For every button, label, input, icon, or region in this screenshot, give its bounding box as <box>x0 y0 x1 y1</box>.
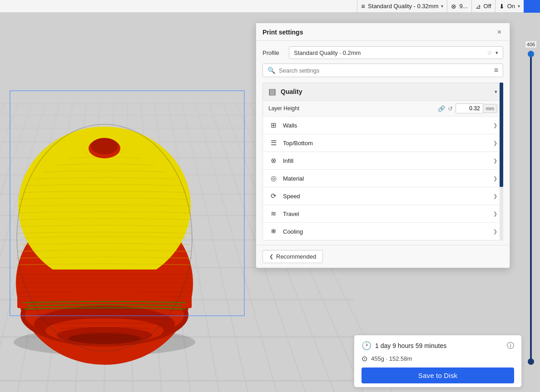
speed-chevron-icon: ❯ <box>493 193 497 199</box>
speed-left: ⟳ Speed <box>268 191 300 201</box>
material-chevron-icon: ❯ <box>493 176 497 181</box>
travel-chevron-icon: ❯ <box>493 211 497 217</box>
search-input[interactable] <box>279 67 490 74</box>
infill-left: ⊗ Infill <box>268 156 293 166</box>
search-bar: 🔍 ≡ <box>263 64 503 77</box>
quality-header[interactable]: ▤ Quality ▾ <box>263 83 503 101</box>
save-to-disk-button[interactable]: Save to Disk <box>362 368 514 383</box>
profile-label: Profile <box>263 49 284 56</box>
selection-box <box>9 90 245 317</box>
quality-settings-icon: ≡ <box>361 2 365 10</box>
cooling-chevron-icon: ❯ <box>493 229 497 235</box>
scroll-thumb[interactable] <box>500 83 503 187</box>
top-bottom-chevron-icon: ❯ <box>493 140 497 146</box>
settings-list-container: ▤ Quality ▾ Layer Height 🔗 ↺ mm <box>263 83 503 240</box>
travel-left: ≋ Travel <box>268 209 299 219</box>
zoom-value: 406 <box>525 41 537 48</box>
clock-icon: 🕐 <box>362 341 372 351</box>
material-icon: ◎ <box>268 173 278 183</box>
svg-rect-20 <box>10 91 244 316</box>
menu-lines-icon[interactable]: ≡ <box>494 66 498 74</box>
zoom-handle-bottom[interactable] <box>528 358 534 365</box>
walls-section[interactable]: ⊞ Walls ❯ <box>263 117 503 134</box>
quality-title: Quality <box>281 88 302 95</box>
zoom-handle-top[interactable] <box>528 51 534 57</box>
profile-chevron-icon: ▾ <box>495 50 498 56</box>
profile-value: Standard Quality · 0.2mm <box>294 49 361 56</box>
toolbar-extruder[interactable]: ⊗ 9... <box>447 0 471 12</box>
layer-height-label: Layer Height <box>268 105 438 112</box>
bottom-info-panel: 🕐 1 day 9 hours 59 minutes ⓘ ⊙ 455g · 15… <box>354 335 522 387</box>
speed-section[interactable]: ⟳ Speed ❯ <box>263 187 503 205</box>
cooling-left: ❄ Cooling <box>268 226 303 236</box>
quality-header-left: ▤ Quality <box>268 87 302 97</box>
toolbar-supports[interactable]: ⊿ Off <box>471 0 495 12</box>
infill-section[interactable]: ⊗ Infill ❯ <box>263 152 503 170</box>
travel-icon: ≋ <box>268 209 278 219</box>
travel-section[interactable]: ≋ Travel ❯ <box>263 205 503 223</box>
layer-height-row: Layer Height 🔗 ↺ mm <box>263 101 503 117</box>
quality-chevron-icon: ▾ <box>441 4 443 9</box>
material-label: Material <box>283 175 304 182</box>
quality-label: Standard Quality - 0.32mm <box>368 3 438 10</box>
top-bottom-left: ☰ Top/Bottom <box>268 138 313 148</box>
adhesion-label: On <box>507 3 515 10</box>
panel-header: Print settings × <box>256 23 510 41</box>
reset-icon[interactable]: ↺ <box>448 105 453 112</box>
walls-label: Walls <box>283 122 297 129</box>
recommended-left-chevron-icon: ❮ <box>269 254 273 260</box>
layer-height-input-group: mm <box>456 103 497 113</box>
travel-label: Travel <box>283 211 299 217</box>
top-bottom-label: Top/Bottom <box>283 140 313 147</box>
recommended-button[interactable]: ❮ Recommended <box>263 250 323 263</box>
recommended-label: Recommended <box>276 253 316 260</box>
panel-body: Profile Standard Quality · 0.2mm ☆ ▾ 🔍 ≡ <box>256 41 510 245</box>
filament-text: 455g · 152.58m <box>371 355 412 362</box>
extruder-icon: ⊗ <box>451 3 456 10</box>
scroll-track <box>500 83 503 240</box>
panel-footer: ❮ Recommended <box>256 245 510 268</box>
search-icon: 🔍 <box>268 67 275 74</box>
toolbar-adhesion[interactable]: ⬇ On ▾ <box>495 0 524 12</box>
blue-action-button[interactable] <box>524 0 540 13</box>
cooling-icon: ❄ <box>268 226 278 236</box>
print-settings-panel: Print settings × Profile Standard Qualit… <box>256 23 510 268</box>
filament-icon: ⊙ <box>362 354 367 363</box>
profile-icons: ☆ ▾ <box>487 49 498 56</box>
profile-dropdown[interactable]: Standard Quality · 0.2mm ☆ ▾ <box>289 46 503 59</box>
time-left: 🕐 1 day 9 hours 59 minutes <box>362 341 446 351</box>
star-icon: ☆ <box>487 49 493 56</box>
top-bottom-section[interactable]: ☰ Top/Bottom ❯ <box>263 134 503 152</box>
layer-height-unit: mm <box>483 104 497 113</box>
extruder-label: 9... <box>459 3 467 10</box>
layer-height-actions: 🔗 ↺ mm <box>438 103 497 113</box>
cooling-section[interactable]: ❄ Cooling ❯ <box>263 223 503 240</box>
walls-chevron-icon: ❯ <box>493 122 497 128</box>
zoom-track[interactable] <box>530 51 532 365</box>
zoom-slider: 406 <box>528 41 534 365</box>
infill-icon: ⊗ <box>268 156 278 166</box>
quality-section-icon: ▤ <box>268 87 276 97</box>
panel-title: Print settings <box>263 29 303 36</box>
link-icon[interactable]: 🔗 <box>438 105 445 112</box>
panel-close-button[interactable]: × <box>495 28 503 37</box>
layer-height-input[interactable] <box>456 103 483 113</box>
quality-expand-icon: ▾ <box>495 89 497 95</box>
material-section[interactable]: ◎ Material ❯ <box>263 170 503 187</box>
speed-icon: ⟳ <box>268 191 278 201</box>
svg-point-16 <box>68 333 141 344</box>
walls-left: ⊞ Walls <box>268 120 297 130</box>
time-row: 🕐 1 day 9 hours 59 minutes ⓘ <box>362 341 514 351</box>
supports-label: Off <box>484 3 491 10</box>
walls-icon: ⊞ <box>268 120 278 130</box>
time-text: 1 day 9 hours 59 minutes <box>375 342 446 349</box>
infill-label: Infill <box>283 157 293 164</box>
cooling-label: Cooling <box>283 228 303 235</box>
profile-row: Profile Standard Quality · 0.2mm ☆ ▾ <box>263 46 503 59</box>
adhesion-chevron-icon: ▾ <box>518 4 520 9</box>
info-icon[interactable]: ⓘ <box>507 341 514 351</box>
toolbar-quality[interactable]: ≡ Standard Quality - 0.32mm ▾ <box>357 0 447 12</box>
top-toolbar: ≡ Standard Quality - 0.32mm ▾ ⊗ 9... ⊿ O… <box>0 0 540 13</box>
top-bottom-icon: ☰ <box>268 138 278 148</box>
supports-icon: ⊿ <box>476 3 481 10</box>
